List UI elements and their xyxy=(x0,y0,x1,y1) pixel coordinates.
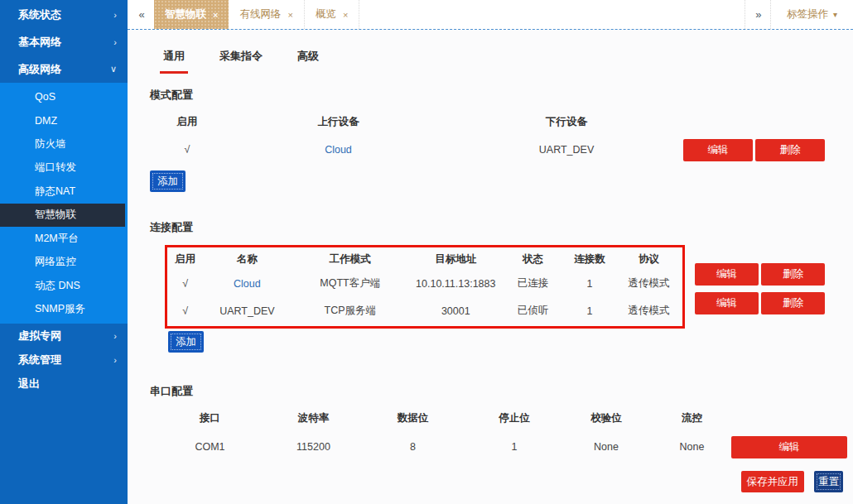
chevron-right-icon: › xyxy=(113,37,117,47)
serial-row-flow: None xyxy=(653,429,731,465)
tab-label: 智慧物联 xyxy=(165,7,206,22)
sidebar-item-basic-network[interactable]: 基本网络 › xyxy=(0,28,128,55)
tab-label: 概览 xyxy=(316,7,336,22)
conn-row-target: 30001 xyxy=(409,297,502,324)
tab-wired-network[interactable]: 有线网络 × xyxy=(229,0,304,29)
main-area: « 智慧物联 × 有线网络 × 概览 × » 标签操作 ▾ 通用 xyxy=(128,0,853,504)
sidebar-subitem-dmz[interactable]: DMZ xyxy=(0,109,128,133)
conn-row-name: Cloud xyxy=(204,270,292,297)
conn-edit-button[interactable]: 编辑 xyxy=(695,263,759,286)
column-header: 连接数 xyxy=(564,249,615,270)
sidebar-bottom-group: 虚拟专网 › 系统管理 › 退出 xyxy=(0,324,128,396)
column-header: 协议 xyxy=(615,249,682,270)
serial-edit-button[interactable]: 编辑 xyxy=(731,436,847,458)
save-apply-button[interactable]: 保存并应用 xyxy=(741,471,805,492)
sidebar-subitem-m2m-platform[interactable]: M2M平台 xyxy=(0,227,128,251)
sidebar-subitem-qos[interactable]: QoS xyxy=(0,85,128,109)
tab-bar: « 智慧物联 × 有线网络 × 概览 × » 标签操作 ▾ xyxy=(128,0,853,30)
tab-general[interactable]: 通用 xyxy=(160,49,188,74)
column-header-actions xyxy=(681,111,825,132)
conn-row-connections: 1 xyxy=(564,297,615,324)
column-header: 接口 xyxy=(150,407,270,429)
column-header: 流控 xyxy=(653,407,731,429)
tab-smart-iot[interactable]: 智慧物联 × xyxy=(154,0,229,29)
sidebar-item-vpn[interactable]: 虚拟专网 › xyxy=(0,324,128,348)
column-header: 下行设备 xyxy=(452,111,681,132)
conn-delete-button[interactable]: 删除 xyxy=(761,263,825,286)
tab-advanced[interactable]: 高级 xyxy=(294,49,322,74)
column-header: 目标地址 xyxy=(409,249,502,270)
conn-config-area: 启用 名称 工作模式 目标地址 状态 连接数 协议 √ Cloud MQTT客户… xyxy=(165,245,825,329)
chevron-down-icon: ∨ xyxy=(110,64,117,74)
tabs-scroll-left-icon[interactable]: « xyxy=(128,0,154,29)
column-header: 上行设备 xyxy=(224,111,452,132)
mode-add-button[interactable]: 添加 xyxy=(150,170,186,192)
caret-down-icon: ▾ xyxy=(833,10,837,19)
chevron-right-icon: › xyxy=(113,10,117,20)
sidebar-item-label: 基本网络 xyxy=(18,35,61,50)
mode-config-table: 启用 上行设备 下行设备 √ Cloud UART_DEV 编辑 删除 xyxy=(150,103,825,167)
conn-config-title: 连接配置 xyxy=(150,220,825,235)
sidebar-submenu: QoS DMZ 防火墙 端口转发 静态NAT 智慧物联 M2M平台 网络监控 动… xyxy=(0,83,128,324)
serial-row-port: COM1 xyxy=(150,429,270,465)
column-header: 停止位 xyxy=(469,407,560,429)
column-header: 数据位 xyxy=(357,407,469,429)
serial-row-baud: 115200 xyxy=(270,429,357,465)
column-header: 状态 xyxy=(502,249,564,270)
conn-edit-button[interactable]: 编辑 xyxy=(695,292,759,314)
serial-row-stop-bits: 1 xyxy=(469,429,560,465)
sidebar: 系统状态 › 基本网络 › 高级网络 ∨ QoS DMZ 防火墙 端口转发 静态… xyxy=(0,0,128,504)
tab-collect-commands[interactable]: 采集指令 xyxy=(216,49,266,74)
sidebar-item-label: 系统状态 xyxy=(18,7,61,22)
sidebar-item-advanced-network[interactable]: 高级网络 ∨ xyxy=(0,55,128,83)
sidebar-item-logout[interactable]: 退出 xyxy=(0,372,128,396)
conn-row-enabled check-icon: √ xyxy=(167,270,204,297)
sidebar-item-label: 虚拟专网 xyxy=(18,329,61,343)
footer-actions: 保存并应用 重置 xyxy=(741,471,844,492)
page-tabs: 通用 采集指令 高级 xyxy=(150,30,825,74)
conn-row-status: 已连接 xyxy=(502,270,564,297)
serial-row-data-bits: 8 xyxy=(357,429,469,465)
tabs-scroll-right-icon[interactable]: » xyxy=(745,0,771,29)
reset-button[interactable]: 重置 xyxy=(814,471,843,492)
sidebar-subitem-firewall[interactable]: 防火墙 xyxy=(0,132,128,156)
serial-config-table: 接口 波特率 数据位 停止位 校验位 流控 COM1 115200 8 1 No… xyxy=(150,399,825,465)
sidebar-subitem-snmp-service[interactable]: SNMP服务 xyxy=(0,298,128,322)
conn-delete-button[interactable]: 删除 xyxy=(761,292,825,314)
mode-delete-button[interactable]: 删除 xyxy=(755,139,825,161)
mode-row-enabled check-icon: √ xyxy=(150,132,224,167)
mode-edit-button[interactable]: 编辑 xyxy=(683,139,753,161)
mode-row-uplink: Cloud xyxy=(224,132,452,167)
conn-row-actions: 编辑 删除 编辑 删除 xyxy=(695,245,825,314)
tab-label: 有线网络 xyxy=(239,7,281,22)
close-icon[interactable]: × xyxy=(343,10,348,20)
column-header: 工作模式 xyxy=(291,249,409,270)
tabbar-spacer xyxy=(359,0,745,29)
sidebar-subitem-network-monitor[interactable]: 网络监控 xyxy=(0,251,128,275)
sidebar-item-system-status[interactable]: 系统状态 › xyxy=(0,1,128,28)
conn-row-target: 10.10.11.13:1883 xyxy=(409,270,502,297)
tab-actions-dropdown[interactable]: 标签操作 ▾ xyxy=(771,0,853,29)
column-header: 波特率 xyxy=(270,407,357,429)
conn-add-button[interactable]: 添加 xyxy=(168,331,204,353)
close-icon[interactable]: × xyxy=(287,10,292,20)
tab-overview[interactable]: 概览 × xyxy=(305,0,359,29)
sidebar-subitem-dynamic-dns[interactable]: 动态 DNS xyxy=(0,274,128,298)
sidebar-item-label: 高级网络 xyxy=(18,62,61,77)
conn-row-protocol: 透传模式 xyxy=(615,297,682,324)
annotation-highlight-box: 启用 名称 工作模式 目标地址 状态 连接数 协议 √ Cloud MQTT客户… xyxy=(165,245,685,329)
close-icon[interactable]: × xyxy=(213,10,218,20)
sidebar-subitem-port-forwarding[interactable]: 端口转发 xyxy=(0,156,128,180)
sidebar-item-label: 系统管理 xyxy=(18,353,61,367)
tab-actions-label: 标签操作 xyxy=(787,7,828,22)
serial-config-title: 串口配置 xyxy=(150,384,825,399)
sidebar-item-system-management[interactable]: 系统管理 › xyxy=(0,348,128,372)
conn-row-mode: MQTT客户端 xyxy=(291,270,409,297)
conn-config-table: 启用 名称 工作模式 目标地址 状态 连接数 协议 √ Cloud MQTT客户… xyxy=(167,247,682,324)
sidebar-subitem-static-nat[interactable]: 静态NAT xyxy=(0,180,128,204)
column-header: 校验位 xyxy=(560,407,653,429)
conn-row-mode: TCP服务端 xyxy=(291,297,409,324)
mode-config-title: 模式配置 xyxy=(150,88,825,103)
sidebar-subitem-smart-iot[interactable]: 智慧物联 xyxy=(0,204,125,228)
conn-row-name: UART_DEV xyxy=(204,297,292,324)
